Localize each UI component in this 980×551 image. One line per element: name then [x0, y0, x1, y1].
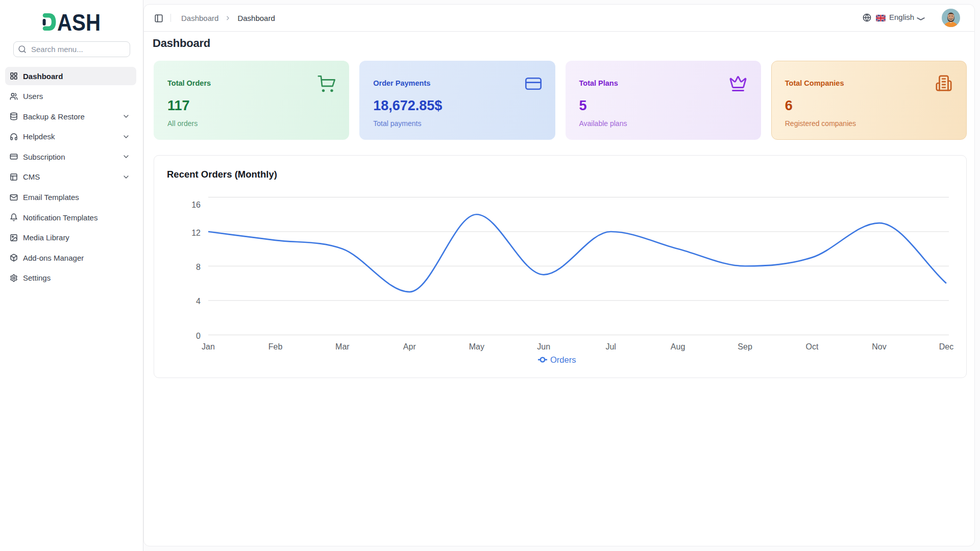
svg-text:ASH: ASH — [57, 13, 101, 32]
svg-text:Jun: Jun — [537, 342, 550, 351]
svg-text:Nov: Nov — [872, 342, 886, 351]
svg-text:Oct: Oct — [806, 342, 819, 351]
svg-text:Mar: Mar — [335, 342, 350, 351]
svg-text:Feb: Feb — [268, 342, 283, 351]
svg-text:8: 8 — [196, 262, 201, 271]
svg-text:Orders: Orders — [550, 355, 576, 364]
svg-text:4: 4 — [196, 297, 201, 306]
svg-text:12: 12 — [191, 229, 201, 237]
svg-text:Jan: Jan — [202, 342, 215, 351]
svg-text:May: May — [469, 342, 484, 351]
svg-text:16: 16 — [191, 200, 201, 209]
svg-text:Dec: Dec — [939, 342, 953, 351]
svg-text:Apr: Apr — [403, 342, 416, 351]
svg-text:Aug: Aug — [671, 342, 685, 351]
svg-text:0: 0 — [196, 331, 201, 340]
svg-text:Jul: Jul — [605, 342, 616, 351]
svg-text:Sep: Sep — [738, 342, 752, 351]
